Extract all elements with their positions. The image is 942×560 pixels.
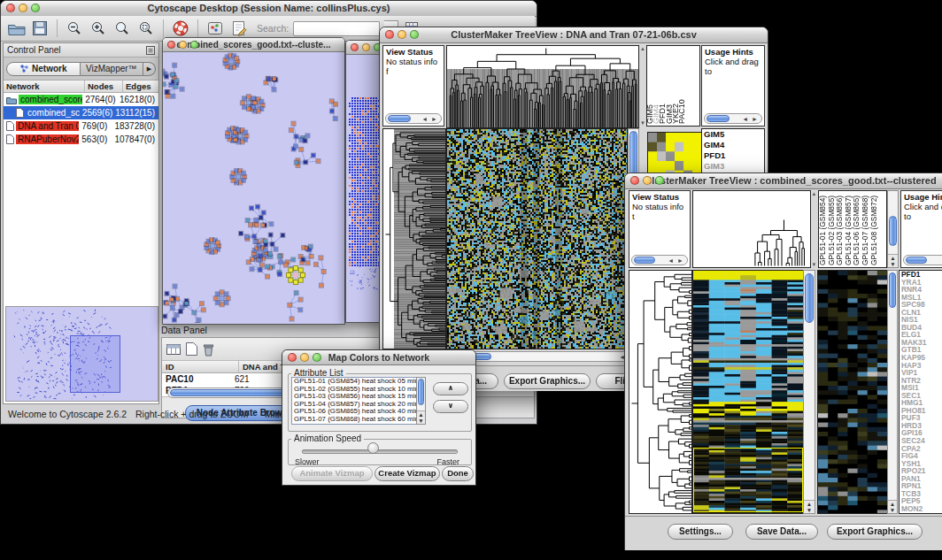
heatmap-vscrollbar[interactable]: ▲▼ (803, 270, 815, 514)
scrollbar-thumb[interactable] (889, 272, 896, 308)
open-file-icon[interactable] (6, 19, 26, 38)
animation-speed-slider[interactable] (302, 449, 458, 454)
scroll-arrows-icon[interactable]: ▲▼ (888, 500, 897, 513)
zoom-actual-icon[interactable] (112, 19, 132, 38)
search-input[interactable] (293, 21, 380, 36)
dialog-button[interactable]: Create Vizmap (374, 466, 440, 481)
close-button[interactable] (288, 353, 297, 362)
delete-attribute-icon[interactable] (202, 342, 215, 357)
minimize-button[interactable] (19, 4, 27, 12)
scroll-arrows-icon[interactable]: ◄ ► (668, 257, 684, 265)
minimize-button[interactable] (362, 43, 370, 51)
minimize-button[interactable] (300, 353, 309, 362)
scroll-arrows-icon[interactable]: ◄ ► (421, 115, 438, 124)
select-attributes-icon[interactable] (166, 343, 181, 356)
scrollbar-thumb[interactable] (906, 257, 927, 264)
row-dendrogram-canvas[interactable] (629, 270, 692, 514)
zoom-button[interactable] (190, 41, 198, 49)
column-id[interactable]: ID (162, 361, 239, 372)
column-dendrogram-canvas[interactable] (446, 45, 639, 128)
dendrogram-scroll-strip[interactable]: ▲▼ (811, 190, 817, 268)
gene-label[interactable]: GIM4 (702, 140, 764, 150)
new-attribute-icon[interactable] (186, 342, 197, 356)
gene-label[interactable]: PFD1 (702, 150, 764, 161)
close-button[interactable] (630, 176, 639, 185)
usage-hints-scrollbar[interactable] (903, 255, 942, 265)
zoom-button[interactable] (313, 353, 321, 362)
float-panel-icon[interactable] (146, 45, 155, 58)
scrollbar-thumb[interactable] (388, 115, 411, 122)
scrollbar-thumb[interactable] (634, 257, 655, 264)
gene-label[interactable]: MON2 (900, 505, 942, 513)
network-tree-row[interactable]: combined_sco 2569(6) 13112(15) (4, 106, 158, 119)
view-status-scrollbar[interactable]: ◄ ► (631, 255, 688, 265)
zoom-out-icon[interactable] (65, 19, 84, 38)
tab-network[interactable]: Network (6, 62, 81, 76)
close-button[interactable] (167, 41, 175, 49)
gene-label[interactable]: GIM3 (702, 161, 764, 172)
column-labels-scrollbar[interactable]: ▲▼ (887, 190, 899, 268)
scroll-up-icon[interactable]: ▲ (639, 46, 646, 51)
attribute-list-item[interactable]: GPL51-07 (GSM868) heat shock 60 min (292, 416, 425, 424)
tab-vizmapper[interactable]: VizMapper™ (81, 62, 144, 76)
scroll-arrows-icon[interactable]: ▲▼ (888, 254, 898, 267)
close-button[interactable] (351, 43, 359, 51)
network-tree-row[interactable]: combined_scores 2764(0) 16218(0) (4, 93, 158, 106)
network-tree-row[interactable]: RNAPuberNov2+ 563(0) 107847(0) (4, 133, 158, 146)
zoom-button[interactable] (410, 30, 419, 39)
network-tree-row[interactable]: DNA and Tran 07 769(0) 183728(0) (4, 119, 158, 133)
dialog-button[interactable]: Done (442, 466, 474, 481)
column-label[interactable]: GPL51-08 (GSM872) (870, 191, 879, 267)
network-view-2-titlebar[interactable] (346, 41, 383, 55)
scroll-arrows-icon[interactable]: ▲▼ (804, 500, 815, 513)
gene-label[interactable]: GIM5 (702, 129, 764, 140)
zoom-in-icon[interactable] (89, 19, 108, 38)
slider-thumb[interactable] (367, 442, 379, 454)
treeview2-titlebar[interactable]: ClusterMaker TreeView : combined_scores_… (625, 173, 942, 189)
zoom-button[interactable] (31, 4, 40, 12)
scrollbar-thumb[interactable] (805, 273, 814, 323)
scrollbar-thumb[interactable] (889, 216, 897, 246)
column-label[interactable]: PAC10 (679, 46, 685, 126)
dialog-titlebar[interactable]: Map Colors to Network (282, 350, 475, 365)
selected-cluster-heatmap-canvas[interactable] (817, 270, 888, 514)
move-attribute-up-button[interactable]: ∧ (433, 382, 468, 395)
minimize-button[interactable] (179, 41, 187, 49)
scroll-down-icon[interactable]: ▼ (639, 120, 646, 126)
heatmap-canvas[interactable] (692, 270, 804, 514)
zoom-fit-icon[interactable] (136, 19, 156, 38)
network-canvas[interactable] (163, 52, 343, 323)
move-attribute-down-button[interactable]: ∨ (433, 400, 468, 413)
scroll-up-icon[interactable]: ▲ (811, 191, 817, 196)
network-view-titlebar[interactable]: combined_scores_good.txt--cluste... (163, 38, 344, 52)
scrollbar-thumb[interactable] (418, 379, 424, 405)
minimize-button[interactable] (398, 30, 406, 39)
zoom-button[interactable] (655, 176, 664, 185)
annotation-icon[interactable] (229, 19, 249, 38)
main-titlebar[interactable]: Cytoscape Desktop (Session Name: collins… (1, 1, 537, 17)
dendrogram-scroll-strip[interactable]: ▲▼ (639, 45, 646, 127)
heatmap-canvas[interactable] (446, 128, 628, 349)
gene-list-scrollbar[interactable]: ▲▼ (887, 270, 898, 514)
treeview-button[interactable]: Save Data... (745, 524, 818, 540)
column-edges[interactable]: Edges (123, 81, 158, 92)
usage-hints-scrollbar[interactable]: ◄ ► (704, 113, 762, 124)
column-dendrogram-canvas[interactable] (692, 190, 811, 268)
dialog-button[interactable]: Animate Vizmap (291, 466, 373, 481)
scroll-arrows-icon[interactable]: ▲▼ (417, 410, 425, 424)
treeview1-titlebar[interactable]: ClusterMaker TreeView : DNA and Tran 07-… (380, 27, 768, 43)
treeview-button[interactable]: Export Graphics... (504, 373, 591, 389)
birdseye-view[interactable] (5, 306, 158, 402)
save-icon[interactable] (30, 19, 50, 38)
view-status-scrollbar[interactable]: ◄ ► (385, 113, 442, 124)
vizmap-plugin-icon[interactable] (205, 19, 225, 38)
treeview-button[interactable]: Settings... (668, 524, 733, 540)
column-network[interactable]: Network (4, 81, 85, 92)
help-lifesaver-icon[interactable] (171, 19, 190, 38)
scroll-arrows-icon[interactable]: ◄ ► (742, 115, 759, 124)
close-button[interactable] (385, 30, 394, 39)
column-nodes[interactable]: Nodes (85, 81, 123, 92)
close-button[interactable] (6, 4, 15, 12)
treeview-button[interactable]: Export Graphics... (827, 524, 923, 540)
network-2-canvas[interactable] (346, 55, 382, 321)
